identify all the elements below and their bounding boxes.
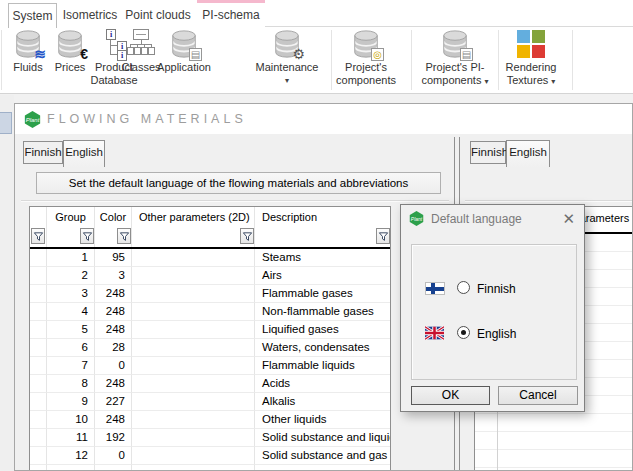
ribbon-button-projects-pi-components[interactable]: ▤ Project's PI- components ▾ (416, 29, 494, 88)
filter-button[interactable] (80, 228, 94, 244)
other-parameters-cell[interactable] (132, 357, 255, 375)
row-selector-cell[interactable] (30, 249, 47, 267)
left-tab-english[interactable]: English (63, 140, 105, 167)
filter-button[interactable] (240, 228, 254, 244)
row-selector-cell[interactable] (30, 411, 47, 429)
set-default-language-button[interactable]: Set the default language of the flowing … (36, 172, 441, 194)
row-selector-cell[interactable] (30, 285, 47, 303)
description-cell[interactable]: Flammable gases (255, 285, 390, 303)
table-row[interactable]: 3 248 Flammable gases (30, 285, 390, 303)
ribbon-tab-point-clouds[interactable]: Point clouds (124, 3, 192, 27)
other-parameters-cell[interactable] (132, 267, 255, 285)
left-tab-finnish[interactable]: Finnish (23, 141, 63, 164)
english-radio-label[interactable]: English (477, 327, 516, 341)
description-cell[interactable]: Solid substance and liquid (255, 429, 390, 447)
filter-button[interactable] (31, 228, 45, 244)
other-parameters-cell[interactable] (132, 249, 255, 267)
ribbon-tab-isometrics[interactable]: Isometrics (62, 3, 118, 27)
description-cell[interactable]: Steams (255, 249, 390, 267)
color-cell[interactable]: 248 (95, 375, 132, 393)
ribbon-button-fluids[interactable]: ≋ Fluids (7, 29, 49, 74)
right-tab-finnish[interactable]: Finnish (470, 141, 506, 164)
group-cell[interactable]: 12 (47, 447, 95, 465)
english-radio[interactable] (457, 326, 470, 339)
description-cell[interactable]: Solid substance and gas (255, 447, 390, 465)
table-row[interactable]: 10 248 Other liquids (30, 411, 390, 429)
description-cell[interactable]: Waters, condensates (255, 339, 390, 357)
other-parameters-cell[interactable] (132, 339, 255, 357)
color-cell[interactable]: 0 (95, 447, 132, 465)
ok-button[interactable]: OK (411, 386, 490, 405)
filter-button[interactable] (376, 228, 390, 244)
description-cell[interactable]: Non-flammable gases (255, 303, 390, 321)
color-cell[interactable]: 248 (95, 303, 132, 321)
other-parameters-cell[interactable] (132, 411, 255, 429)
other-parameters-cell[interactable] (132, 285, 255, 303)
close-icon[interactable]: ✕ (562, 210, 575, 228)
color-cell[interactable]: 248 (95, 321, 132, 339)
row-selector-cell[interactable] (30, 375, 47, 393)
ribbon-button-prices[interactable]: € Prices (49, 29, 91, 74)
column-header-group[interactable]: Group (47, 207, 95, 227)
table-row[interactable]: 8 248 Acids (30, 375, 390, 393)
color-cell[interactable]: 95 (95, 249, 132, 267)
description-cell[interactable]: Other liquids (255, 411, 390, 429)
other-parameters-cell[interactable] (132, 375, 255, 393)
row-selector-cell[interactable] (30, 429, 47, 447)
color-cell[interactable]: 192 (95, 429, 132, 447)
description-cell[interactable]: Alkalis (255, 393, 390, 411)
ribbon-tab-pi-schema[interactable]: PI-schema (197, 3, 265, 27)
table-row[interactable]: 11 192 Solid substance and liquid (30, 429, 390, 447)
table-row[interactable]: 2 3 Airs (30, 267, 390, 285)
row-selector-cell[interactable] (30, 321, 47, 339)
color-cell[interactable]: 227 (95, 393, 132, 411)
other-parameters-cell[interactable] (132, 429, 255, 447)
table-row[interactable]: 4 248 Non-flammable gases (30, 303, 390, 321)
row-selector-cell[interactable] (30, 339, 47, 357)
description-cell[interactable]: Liquified gases (255, 321, 390, 339)
group-cell[interactable]: 11 (47, 429, 95, 447)
window-titlebar[interactable]: Plant FLOWING MATERIALS (15, 104, 632, 134)
row-selector-cell[interactable] (30, 393, 47, 411)
column-header-other-parameters[interactable]: Other parameters (2D) (132, 207, 255, 227)
other-parameters-cell[interactable] (132, 447, 255, 465)
column-header-description[interactable]: Description (255, 207, 390, 227)
ribbon-button-rendering-textures[interactable]: Rendering Textures ▾ (498, 29, 564, 88)
row-selector-cell[interactable] (30, 303, 47, 321)
group-cell[interactable]: 2 (47, 267, 95, 285)
table-row[interactable]: 12 0 Solid substance and gas (30, 447, 390, 465)
other-parameters-cell[interactable] (132, 303, 255, 321)
ribbon-tab-system[interactable]: System (8, 3, 57, 28)
group-cell[interactable]: 8 (47, 375, 95, 393)
description-cell[interactable]: Flammable liquids (255, 357, 390, 375)
description-cell[interactable]: Acids (255, 375, 390, 393)
finnish-radio-label[interactable]: Finnish (477, 282, 516, 296)
group-cell[interactable]: 4 (47, 303, 95, 321)
color-cell[interactable]: 3 (95, 267, 132, 285)
color-cell[interactable]: 0 (95, 357, 132, 375)
group-cell[interactable]: 6 (47, 339, 95, 357)
group-cell[interactable]: 9 (47, 393, 95, 411)
ribbon-button-projects-components[interactable]: ◎ Project's components (332, 29, 400, 87)
cancel-button[interactable]: Cancel (498, 386, 578, 405)
group-cell[interactable]: 5 (47, 321, 95, 339)
finnish-radio[interactable] (457, 281, 470, 294)
group-cell[interactable]: 7 (47, 357, 95, 375)
table-row[interactable]: 5 248 Liquified gases (30, 321, 390, 339)
table-row[interactable]: 7 0 Flammable liquids (30, 357, 390, 375)
table-row[interactable]: 6 28 Waters, condensates (30, 339, 390, 357)
row-selector-cell[interactable] (30, 447, 47, 465)
column-header-color[interactable]: Color (95, 207, 132, 227)
filter-button[interactable] (117, 228, 131, 244)
group-cell[interactable]: 10 (47, 411, 95, 429)
row-selector-cell[interactable] (30, 267, 47, 285)
ribbon-button-maintenance[interactable]: ⚙ Maintenance ▾ (252, 29, 322, 87)
other-parameters-cell[interactable] (132, 321, 255, 339)
group-cell[interactable]: 3 (47, 285, 95, 303)
color-cell[interactable]: 248 (95, 411, 132, 429)
table-row[interactable]: 9 227 Alkalis (30, 393, 390, 411)
table-row-empty[interactable] (30, 465, 390, 471)
right-tab-english[interactable]: English (506, 140, 550, 167)
description-cell[interactable]: Airs (255, 267, 390, 285)
color-cell[interactable]: 248 (95, 285, 132, 303)
